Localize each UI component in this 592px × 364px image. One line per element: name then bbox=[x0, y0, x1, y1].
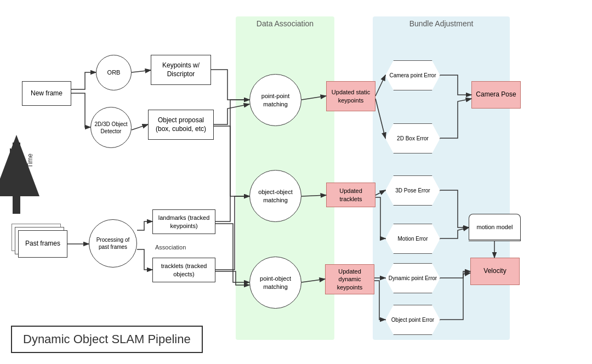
svg-line-2 bbox=[132, 124, 148, 130]
bundle-adjustment-label: Bundle Adjustment bbox=[375, 19, 507, 28]
motion-model-box: motion model bbox=[469, 214, 521, 241]
data-association-label: Data Association bbox=[241, 19, 329, 28]
camera-error-hex: Camera point Error bbox=[385, 60, 440, 90]
landmarks-box: landmarks (tracked keypoints) bbox=[152, 209, 215, 234]
object-error-hex: Object point Error bbox=[385, 305, 440, 335]
motion-error-hex: Motion Error bbox=[385, 224, 440, 254]
updated-tracklets-box: Updated tracklets bbox=[326, 183, 375, 207]
box-error-hex: 2D Box Error bbox=[385, 123, 440, 153]
object-object-circle: object-object matching bbox=[249, 170, 301, 222]
svg-line-1 bbox=[132, 70, 151, 72]
camera-pose-box: Camera Pose bbox=[471, 81, 521, 109]
velocity-box: Velocity bbox=[470, 258, 520, 285]
processing-circle: Processing of past frames bbox=[89, 219, 137, 268]
pose-error-hex: 3D Pose Error bbox=[385, 175, 440, 206]
keypoints-box: Keypoints w/ Discriptor bbox=[151, 55, 211, 85]
orb-circle: ORB bbox=[96, 55, 132, 90]
title-box: Dynamic Object SLAM Pipeline bbox=[11, 326, 203, 353]
new-frame-box: New frame bbox=[22, 81, 71, 106]
time-label: Time bbox=[26, 153, 34, 168]
point-object-circle: point-object matching bbox=[249, 257, 301, 309]
diagram: { "title": "Dynamic Object SLAM Pipeline… bbox=[0, 0, 592, 364]
object-proposal-box: Object proposal (box, cuboid, etc) bbox=[148, 110, 214, 140]
updated-dynamic-box: Updated dynamic keypoints bbox=[325, 264, 374, 294]
past-frames-box: Past frames bbox=[18, 230, 67, 258]
time-arrow: Time bbox=[10, 137, 23, 203]
tracklets-box: tracklets (tracked objects) bbox=[152, 258, 215, 282]
association-label: Association bbox=[155, 244, 186, 251]
detector-circle: 2D/3D Object Detector bbox=[90, 107, 132, 148]
point-point-circle: point-point matching bbox=[249, 74, 301, 126]
updated-static-box: Updated static keypoints bbox=[326, 81, 375, 111]
dynamic-error-hex: Dynamic point Error bbox=[385, 263, 440, 293]
